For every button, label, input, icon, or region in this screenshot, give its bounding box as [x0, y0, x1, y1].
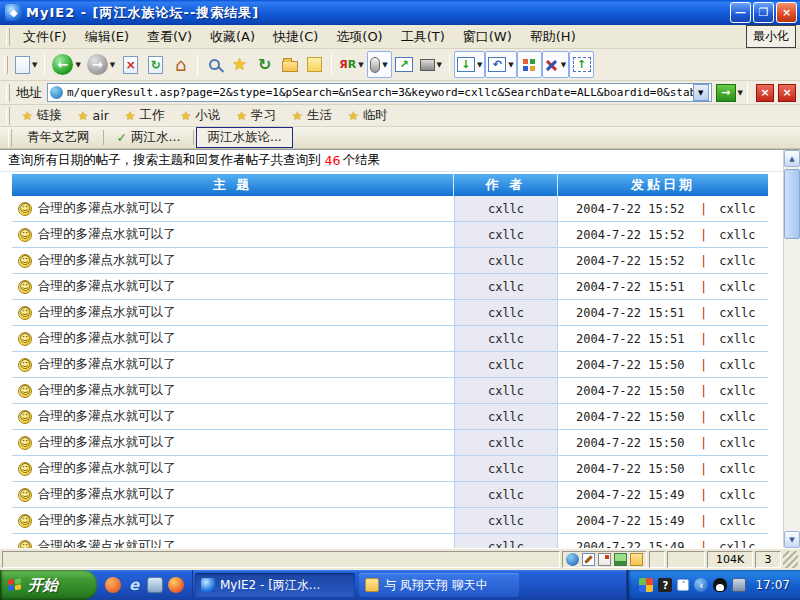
author-cell[interactable]: cxllc: [454, 456, 558, 481]
folders-button[interactable]: [277, 51, 302, 78]
last-reply-user[interactable]: cxllc: [719, 254, 755, 268]
dropdown-caret[interactable]: ▼: [32, 61, 37, 69]
last-tab-button[interactable]: ↑: [569, 51, 594, 78]
folder-icon[interactable]: [630, 553, 643, 566]
resources-button[interactable]: ▼: [417, 51, 445, 78]
new-page-button[interactable]: ▼: [12, 51, 40, 78]
messenger-icon[interactable]: [168, 577, 184, 593]
dropdown-caret[interactable]: ▼: [75, 61, 80, 69]
close-button[interactable]: ×: [776, 2, 797, 23]
media-player-icon[interactable]: [105, 577, 121, 593]
last-reply-user[interactable]: cxllc: [719, 280, 755, 294]
network-icon[interactable]: [732, 578, 746, 592]
topic-link[interactable]: 合理的多灌点水就可以了: [38, 512, 176, 529]
dropdown-caret[interactable]: ▼: [508, 61, 513, 69]
author-cell[interactable]: cxllc: [454, 534, 558, 548]
link-item[interactable]: ★生活: [284, 107, 340, 124]
toolbar-grip[interactable]: [6, 84, 10, 102]
topic-link[interactable]: 合理的多灌点水就可以了: [38, 356, 176, 373]
topic-link[interactable]: 合理的多灌点水就可以了: [38, 460, 176, 477]
taskbar-clock[interactable]: 17:07: [755, 578, 790, 592]
topic-link[interactable]: 合理的多灌点水就可以了: [38, 434, 176, 451]
topic-link[interactable]: 合理的多灌点水就可以了: [38, 252, 176, 269]
author-cell[interactable]: cxllc: [454, 326, 558, 351]
image-icon[interactable]: [614, 553, 627, 566]
author-cell[interactable]: cxllc: [454, 430, 558, 455]
refresh-button[interactable]: ↻: [143, 51, 168, 78]
last-reply-user[interactable]: cxllc: [719, 488, 755, 502]
link-item[interactable]: ★临时: [340, 107, 396, 124]
go-dropdown-caret[interactable]: ▼: [738, 89, 743, 97]
notification-icon[interactable]: ˄: [677, 579, 689, 591]
show-desktop-icon[interactable]: [147, 577, 163, 593]
brush-icon[interactable]: [582, 553, 595, 566]
menu-item[interactable]: 帮助(H): [521, 26, 585, 47]
last-reply-user[interactable]: cxllc: [719, 540, 755, 549]
topic-link[interactable]: 合理的多灌点水就可以了: [38, 408, 176, 425]
menu-item[interactable]: 选项(O): [327, 26, 391, 47]
undo-button[interactable]: ↶▼: [485, 51, 516, 78]
address-dropdown-button[interactable]: ▼: [693, 84, 709, 101]
last-reply-user[interactable]: cxllc: [719, 410, 755, 424]
topic-link[interactable]: 合理的多灌点水就可以了: [38, 330, 176, 347]
resize-grip[interactable]: [783, 551, 798, 568]
last-reply-user[interactable]: cxllc: [719, 384, 755, 398]
tab-1[interactable]: 青年文艺网: [16, 127, 101, 148]
proxy-button[interactable]: ЯR▼: [336, 51, 366, 78]
download-control-button[interactable]: ↓▼: [454, 51, 485, 78]
author-cell[interactable]: cxllc: [454, 248, 558, 273]
menu-item[interactable]: 编辑(E): [76, 26, 138, 47]
last-reply-user[interactable]: cxllc: [719, 332, 755, 346]
forward-button[interactable]: →▼: [84, 51, 118, 78]
topic-link[interactable]: 合理的多灌点水就可以了: [38, 304, 176, 321]
topic-link[interactable]: 合理的多灌点水就可以了: [38, 278, 176, 295]
toolbar-grip[interactable]: [6, 28, 10, 46]
last-reply-user[interactable]: cxllc: [719, 514, 755, 528]
last-reply-user[interactable]: cxllc: [719, 462, 755, 476]
menu-item[interactable]: 收藏(A): [201, 26, 264, 47]
panels-button[interactable]: [517, 51, 542, 78]
author-cell[interactable]: cxllc: [454, 404, 558, 429]
topic-link[interactable]: 合理的多灌点水就可以了: [38, 226, 176, 243]
document-icon[interactable]: [598, 553, 611, 566]
scroll-down-button[interactable]: ▼: [784, 531, 800, 548]
scroll-up-button[interactable]: ▲: [784, 150, 800, 167]
chevron-left-icon[interactable]: ‹: [694, 578, 708, 592]
menu-item[interactable]: 文件(F): [14, 26, 76, 47]
dropdown-caret[interactable]: ▼: [382, 61, 387, 69]
mouse-gesture-button[interactable]: ▼: [367, 51, 392, 78]
internet-explorer-icon[interactable]: e: [126, 577, 142, 593]
last-reply-user[interactable]: cxllc: [719, 358, 755, 372]
last-reply-user[interactable]: cxllc: [719, 436, 755, 450]
toolbar-grip[interactable]: [8, 129, 12, 147]
tab-2[interactable]: ✓两江水...: [106, 127, 192, 148]
notes-button[interactable]: [302, 51, 327, 78]
menu-item[interactable]: 查看(V): [138, 26, 201, 47]
qq-icon[interactable]: [713, 578, 727, 592]
last-reply-user[interactable]: cxllc: [719, 228, 755, 242]
history-button[interactable]: ↻: [252, 51, 277, 78]
vertical-scrollbar[interactable]: ▲ ▼: [783, 150, 800, 548]
dropdown-caret[interactable]: ▼: [437, 61, 442, 69]
menu-item[interactable]: 快捷(C): [264, 26, 327, 47]
back-button[interactable]: ←▼: [49, 51, 83, 78]
search-button[interactable]: [202, 51, 227, 78]
author-cell[interactable]: cxllc: [454, 274, 558, 299]
topic-link[interactable]: 合理的多灌点水就可以了: [38, 538, 176, 548]
scroll-thumb[interactable]: [784, 169, 800, 239]
toolbar-grip[interactable]: [6, 107, 10, 125]
home-button[interactable]: ⌂: [168, 51, 193, 78]
address-input[interactable]: [67, 86, 693, 99]
tab-3[interactable]: 两江水族论...: [196, 127, 292, 148]
author-cell[interactable]: cxllc: [454, 222, 558, 247]
dropdown-caret[interactable]: ▼: [110, 61, 115, 69]
link-item[interactable]: ★小说: [173, 107, 229, 124]
last-reply-user[interactable]: cxllc: [719, 202, 755, 216]
dropdown-caret[interactable]: ▼: [561, 61, 566, 69]
close-window-button[interactable]: ×: [756, 84, 774, 102]
globe-icon[interactable]: [566, 553, 579, 566]
go-button[interactable]: →: [716, 84, 736, 102]
link-item[interactable]: ★学习: [228, 107, 284, 124]
maximize-button[interactable]: ❐: [753, 2, 774, 23]
author-cell[interactable]: cxllc: [454, 300, 558, 325]
